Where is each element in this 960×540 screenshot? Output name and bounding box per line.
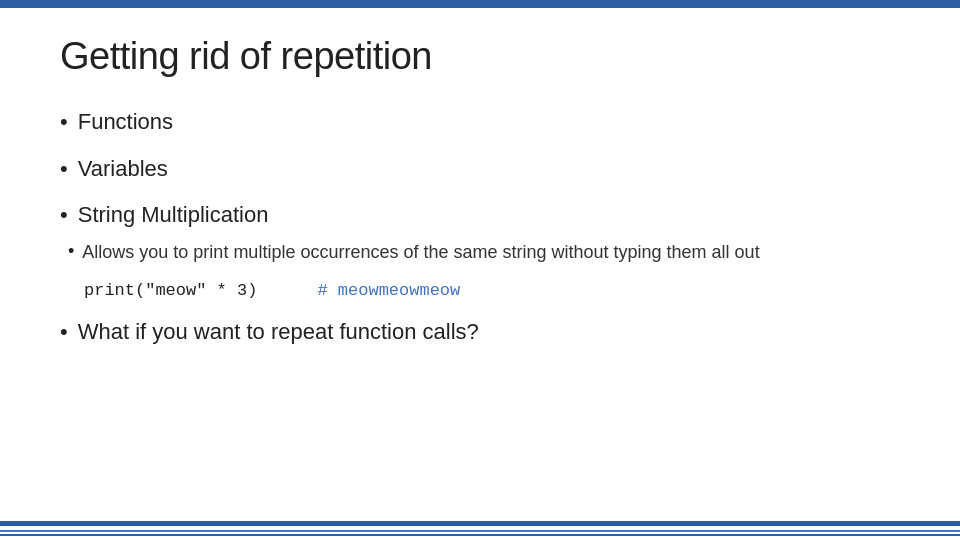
sub-bullet-list: • Allows you to print multiple occurrenc… [68, 240, 760, 265]
bullet-text: String Multiplication [78, 201, 269, 230]
sub-bullet-text: Allows you to print multiple occurrences… [82, 240, 759, 265]
list-item: • Functions [60, 108, 900, 137]
bullet-dot: • [60, 318, 68, 347]
bullet-text: What if you want to repeat function call… [78, 318, 479, 347]
slide-title: Getting rid of repetition [60, 35, 900, 78]
list-item-string-mult: • String Multiplication • Allows you to … [60, 201, 900, 300]
bottom-accent-bar-thinner [0, 534, 960, 536]
bullet-dot: • [60, 155, 68, 184]
slide: Getting rid of repetition • Functions • … [0, 0, 960, 540]
code-comment: # meowmeowmeow [317, 281, 460, 300]
list-item: • Variables [60, 155, 900, 184]
top-accent-bar [0, 0, 960, 8]
bullet-text: Variables [78, 155, 168, 184]
sub-list-item: • Allows you to print multiple occurrenc… [68, 240, 760, 265]
bullet-dot: • [60, 201, 68, 230]
bottom-accent-bar-thick [0, 521, 960, 526]
bottom-accent-bar-thin [0, 530, 960, 532]
bullet-list: • Functions • Variables • String Multipl… [60, 108, 900, 347]
code-statement: print("meow" * 3) [84, 281, 257, 300]
code-block: print("meow" * 3) # meowmeowmeow [84, 281, 460, 300]
list-item: • What if you want to repeat function ca… [60, 318, 900, 347]
sub-bullet-dot: • [68, 240, 74, 263]
bullet-dot: • [60, 108, 68, 137]
slide-content: Getting rid of repetition • Functions • … [60, 25, 900, 510]
bullet-text: Functions [78, 108, 173, 137]
